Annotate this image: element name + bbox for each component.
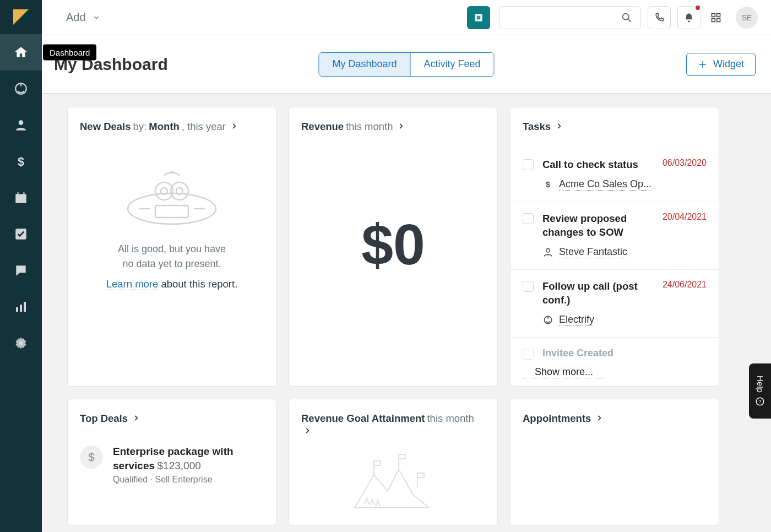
svg-rect-9 — [24, 302, 26, 312]
task-title: Review proposed changes to SOW — [542, 212, 656, 240]
nav-leads[interactable] — [0, 70, 42, 107]
svg-text:$: $ — [18, 155, 24, 169]
card-top-deals-title[interactable]: Top Deals — [80, 412, 264, 425]
card-new-deals-title[interactable]: New Deals by: Month , this year — [80, 121, 264, 133]
add-button[interactable]: Add — [66, 11, 100, 24]
nav-dashboard[interactable]: Dashboard — [0, 34, 42, 70]
task-checkbox[interactable] — [523, 213, 534, 224]
add-widget-button[interactable]: Widget — [686, 53, 756, 76]
task-row[interactable]: Review proposed changes to SOW 20/04/202… — [511, 202, 719, 270]
task-link[interactable]: Steve Fantastic — [559, 246, 627, 258]
svg-text:?: ? — [758, 399, 761, 404]
deal-dollar-icon: $ — [80, 446, 103, 469]
svg-rect-18 — [155, 205, 188, 218]
card-goal: Revenue Goal Attainment this month — [289, 399, 498, 525]
help-tab[interactable]: Help ? — [749, 363, 771, 419]
nav-contacts[interactable] — [0, 107, 42, 143]
learn-more-link[interactable]: Learn more — [106, 278, 159, 290]
task-row[interactable]: Call to check status 06/03/2020 $ Acme C… — [511, 146, 719, 202]
card-tasks: Tasks Call to check status 06/03/2020 $ … — [510, 107, 719, 387]
add-button-label: Add — [66, 11, 86, 24]
svg-rect-31 — [399, 454, 405, 459]
deal-row[interactable]: $ Enterprise package with services $123,… — [80, 444, 264, 485]
check-icon — [14, 227, 28, 241]
svg-rect-16 — [717, 18, 720, 21]
tab-activity-feed[interactable]: Activity Feed — [410, 53, 494, 76]
card-appointments: Appointments — [510, 399, 719, 525]
deal-amount: $123,000 — [158, 460, 201, 471]
task-row[interactable]: Follow up call (post conf.) 24/06/2021 E… — [511, 270, 719, 338]
help-icon: ? — [755, 397, 765, 406]
empty-text: All is good, but you have no data yet to… — [80, 242, 264, 272]
show-more-link[interactable]: Show more... — [523, 361, 605, 378]
svg-point-3 — [19, 120, 24, 125]
svg-rect-15 — [712, 18, 715, 21]
bar-chart-icon — [14, 300, 28, 313]
nav-tasks[interactable] — [0, 216, 42, 252]
brand-logo — [0, 0, 42, 34]
task-date: 20/04/2021 — [663, 212, 707, 222]
svg-text:$: $ — [546, 180, 551, 189]
add-widget-label: Widget — [713, 58, 744, 70]
task-list: Call to check status 06/03/2020 $ Acme C… — [511, 146, 719, 361]
search-input[interactable] — [499, 6, 641, 29]
chevron-right-icon — [595, 414, 604, 423]
nav-settings[interactable] — [0, 325, 42, 361]
phone-icon — [654, 12, 665, 23]
card-appointments-title[interactable]: Appointments — [523, 412, 707, 425]
chevron-down-icon — [93, 14, 100, 21]
goal-illustration — [344, 450, 443, 513]
revenue-value: $0 — [301, 133, 485, 373]
task-checkbox[interactable] — [523, 281, 534, 292]
task-title: Invitee Created — [542, 348, 707, 359]
svg-rect-7 — [16, 307, 18, 312]
card-revenue: Revenue this month $0 — [289, 107, 498, 387]
calendar-icon — [14, 191, 28, 205]
card-goal-title[interactable]: Revenue Goal Attainment this month — [301, 412, 485, 436]
dialer-button[interactable] — [467, 6, 490, 29]
svg-rect-8 — [20, 305, 22, 312]
chevron-right-icon — [230, 122, 239, 131]
target-icon — [14, 82, 28, 96]
task-checkbox[interactable] — [523, 349, 534, 360]
user-avatar[interactable]: SE — [736, 7, 758, 29]
dollar-icon: $ — [542, 179, 553, 190]
empty-illustration — [117, 166, 227, 232]
call-button[interactable] — [648, 6, 671, 29]
task-title: Call to check status — [542, 158, 656, 172]
page-header: My Dashboard My Dashboard Activity Feed … — [42, 35, 771, 94]
svg-point-12 — [623, 13, 629, 19]
topbar: Add SE — [42, 0, 771, 35]
nav-calendar[interactable] — [0, 180, 42, 216]
apps-icon — [710, 12, 721, 23]
task-date: 06/03/2020 — [663, 158, 707, 168]
svg-rect-5 — [15, 194, 26, 203]
card-tasks-title[interactable]: Tasks — [511, 121, 719, 133]
tab-my-dashboard[interactable]: My Dashboard — [319, 53, 410, 76]
chevron-right-icon — [397, 122, 406, 131]
learn-more-line: Learn more about this report. — [80, 278, 264, 290]
chevron-right-icon — [555, 122, 564, 131]
notification-badge — [694, 4, 701, 11]
deal-sub: Qualified · Sell Enterprise — [113, 475, 264, 485]
card-new-deals: New Deals by: Month , this year All is g… — [67, 107, 276, 387]
notifications-button[interactable] — [677, 6, 701, 29]
apps-button[interactable] — [707, 6, 725, 29]
task-checkbox[interactable] — [523, 159, 534, 170]
nav-deals[interactable]: $ — [0, 143, 42, 180]
nav-reports[interactable] — [0, 289, 42, 325]
card-revenue-title[interactable]: Revenue this month — [301, 121, 485, 133]
home-icon — [14, 45, 28, 59]
lead-icon — [542, 314, 553, 325]
gear-icon — [14, 336, 28, 350]
chevron-right-icon — [132, 414, 141, 423]
task-link[interactable]: Acme Co Sales Op... — [559, 178, 651, 191]
svg-rect-13 — [712, 13, 715, 17]
help-label: Help — [756, 376, 765, 393]
close-dial-icon — [474, 13, 484, 23]
nav-comms[interactable] — [0, 252, 42, 289]
task-link[interactable]: Electrify — [559, 314, 594, 326]
task-row[interactable]: Invitee Created — [511, 338, 719, 361]
dollar-icon: $ — [14, 154, 28, 169]
plus-icon — [698, 59, 708, 69]
